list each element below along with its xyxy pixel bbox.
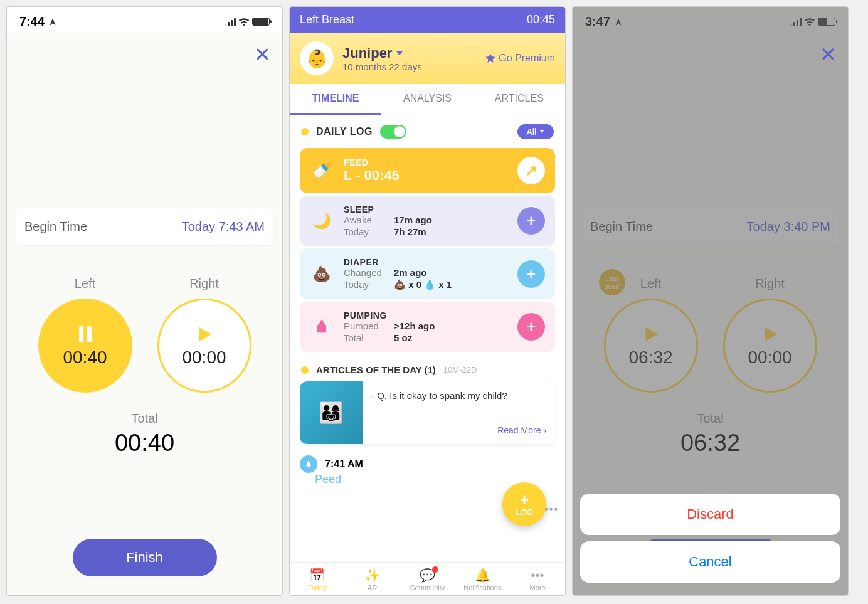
session-header[interactable]: Left Breast 00:45 [290,7,565,33]
sleep-card[interactable]: 🌙 SLEEP Awake17m ago Today7h 27m + [300,196,555,246]
right-timer-button[interactable]: 00:00 [157,299,251,393]
session-header-time: 00:45 [527,13,555,26]
pumping-title: PUMPING [344,310,507,321]
right-timer-label: Right [189,277,219,291]
daily-log-title: DAILY LOG [316,126,373,137]
diaper-title: DIAPER [344,257,507,267]
article-image: 👨‍👩‍👧 [300,381,363,444]
bell-icon: 🔔 [475,568,490,583]
plus-icon: + [520,492,529,507]
premium-icon [485,53,496,64]
right-timer-value: 00:00 [182,347,226,368]
timeline-dot-icon [300,455,317,473]
articles-subtitle: 10M-22D [443,365,477,374]
cancel-button[interactable]: Cancel [580,541,840,583]
sleep-add-button[interactable]: + [517,207,545,235]
tabbar-ar[interactable]: ✨ AR [345,568,400,591]
tabbar-community[interactable]: 💬 Community [400,568,455,591]
tab-articles[interactable]: ARTICLES [474,84,565,115]
timer-row: Left 00:40 Right 00:00 [16,277,273,393]
tabbar-notifications[interactable]: 🔔 Notifications [455,568,510,591]
article-card[interactable]: 👨‍👩‍👧 - Q. Is it okay to spank my child?… [300,381,555,444]
read-more-link[interactable]: Read More › [371,425,546,435]
profile-section: 👶 Juniper 10 months 22 days Go Premium [290,33,565,84]
begin-time-row[interactable]: Begin Time Today 7:43 AM [16,208,273,245]
signal-icon [225,18,236,26]
status-icons [225,18,270,26]
daily-log-header: DAILY LOG All [290,115,565,148]
baby-avatar-icon[interactable]: 👶 [300,41,334,75]
battery-icon [252,18,270,26]
calendar-icon: 📅 [309,568,325,583]
diaper-card[interactable]: 💩 DIAPER Changed2m ago Today💩 x 0 💧 x 1 … [300,248,555,299]
total-label: Total [16,411,273,426]
action-sheet: Discard Cancel [580,494,840,589]
svg-rect-0 [79,326,83,342]
more-dots-icon[interactable]: ••• [544,504,559,515]
sleep-title: SLEEP [344,204,507,215]
feed-title: FEED [344,157,507,167]
daily-log-toggle[interactable] [380,125,406,139]
tab-timeline[interactable]: TIMELINE [290,84,381,115]
pumping-card[interactable]: PUMPING Pumped>12h ago Total5 oz + [300,302,555,352]
pumping-add-button[interactable]: + [517,313,545,341]
begin-time-value: Today 7:43 AM [182,220,265,234]
session-header-title: Left Breast [300,13,354,26]
poop-icon: 💩 [310,265,334,283]
bottle-icon: 🍼 [310,162,334,179]
close-icon[interactable]: ✕ [254,43,271,66]
article-question: - Q. Is it okay to spank my child? [371,390,546,425]
status-time: 7:44 [19,14,57,29]
tabbar-today[interactable]: 📅 Today [290,568,345,591]
tabbar-more[interactable]: ••• More [510,568,565,591]
close-icon[interactable]: ✕ [820,43,837,66]
dropdown-icon [396,50,403,56]
moon-icon: 🌙 [310,212,334,230]
bottom-tabbar: 📅 Today ✨ AR 💬 Community 🔔 Notifications… [290,562,565,595]
wifi-icon [238,18,250,26]
articles-header: ARTICLES OF THE DAY (1) 10M-22D [290,352,565,381]
filter-all-button[interactable]: All [517,124,554,139]
total-time-value: 00:40 [16,430,273,457]
left-timer-label: Left [75,277,95,291]
phone-timer-running: 7:44 ✕ Begin Time Today 7:43 AM Left 00:… [6,6,283,596]
chevron-down-icon [539,129,545,134]
status-bar: 7:44 [7,7,282,33]
main-tabs: TIMELINE ANALYSIS ARTICLES [290,84,565,115]
timeline-entry[interactable]: 7:41 AM [300,455,555,473]
feed-card[interactable]: 🍼 FEED L - 00:45 ↗ [300,148,555,193]
phone-timeline: Left Breast 00:45 👶 Juniper 10 months 22… [289,6,566,596]
section-dot-icon [301,128,309,135]
child-age: 10 months 22 days [342,61,476,72]
notification-dot-icon [432,566,438,573]
tab-analysis[interactable]: ANALYSIS [381,84,473,115]
phone-discard-sheet: 3:47 ✕ Begin Time Today 3:40 PM Last use… [572,6,849,596]
more-icon: ••• [531,568,544,583]
left-timer-value: 00:40 [63,347,107,368]
feed-open-button[interactable]: ↗ [517,157,545,184]
articles-title: ARTICLES OF THE DAY (1) [316,364,436,375]
timeline-time: 7:41 AM [325,458,363,470]
section-dot-icon [301,366,309,374]
finish-button[interactable]: Finish [73,539,217,576]
location-icon [48,18,57,26]
wand-icon: ✨ [364,568,380,583]
feed-value: L - 00:45 [344,167,507,184]
left-timer-button[interactable]: 00:40 [38,299,132,393]
pump-icon [310,318,334,336]
diaper-add-button[interactable]: + [517,260,545,288]
child-name[interactable]: Juniper [342,45,476,61]
total-section: Total 00:40 [16,411,273,457]
go-premium-button[interactable]: Go Premium [485,53,555,64]
discard-button[interactable]: Discard [580,494,840,535]
svg-rect-1 [87,326,91,342]
begin-time-label: Begin Time [24,220,87,234]
play-icon [194,324,215,345]
pause-icon [75,324,96,345]
log-fab-button[interactable]: + LOG [502,482,546,526]
